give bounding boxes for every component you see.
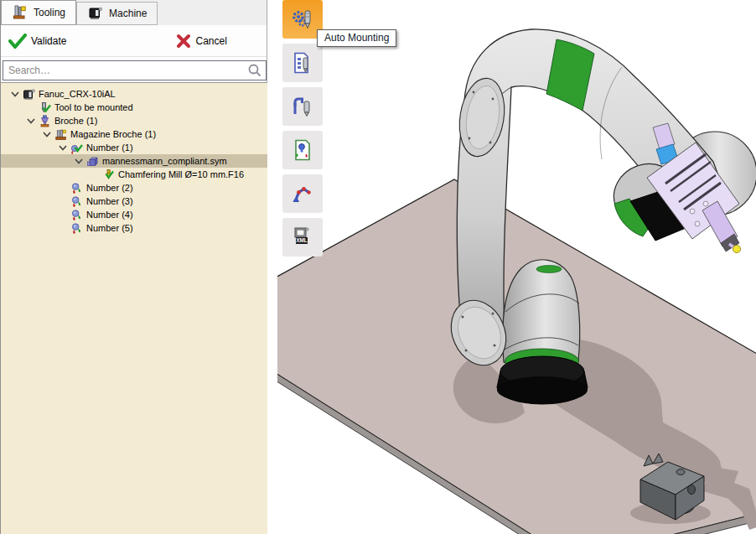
tooling-tree: Fanuc_CRX-10iAL Tool to be mounted Broch… [1, 82, 267, 534]
chevron-down-icon[interactable] [41, 128, 53, 140]
tree-chevron[interactable] [55, 141, 70, 154]
tool-check-icon [39, 101, 51, 114]
auto-mounting-tooltip: Auto Mounting [317, 29, 396, 47]
tab-tooling[interactable]: Tooling [1, 0, 76, 25]
slot-icon [70, 195, 83, 208]
tree-item-label: Fanuc_CRX-10iAL [36, 89, 116, 99]
magazine-icon [54, 128, 67, 141]
tree-chevron[interactable] [23, 114, 38, 127]
robot-icon [290, 181, 315, 206]
tree-chevron[interactable] [8, 87, 22, 101]
robot-scene [277, 0, 756, 534]
sym-file-icon [86, 155, 99, 168]
tree-item-label: Number (4) [84, 210, 133, 220]
search-row [1, 57, 267, 82]
slot-icon [70, 209, 83, 221]
tree-item[interactable]: Tool to be mounted [1, 101, 267, 114]
tree-item-label: Number (3) [84, 196, 133, 206]
tree-item[interactable]: Broche (1) [1, 114, 267, 127]
tree-item-label: Broche (1) [52, 116, 97, 126]
sym-file-icon [85, 154, 100, 168]
action-row: Validate Cancel [1, 25, 267, 57]
search-input[interactable] [3, 65, 247, 76]
spindle-icon [38, 114, 52, 127]
tree-item-label: Tool to be mounted [52, 102, 133, 112]
tree-item-label: Chamfering Mill Ø=10 mm.F16 [116, 169, 244, 179]
tooling-panel: Tooling Machine Validate Cancel [0, 0, 267, 534]
chevron-down-icon[interactable] [25, 115, 37, 127]
tool-measure-icon [290, 94, 315, 119]
mill-check-icon [102, 168, 115, 181]
tree-item[interactable]: mannessmann_compliant.sym [1, 154, 267, 168]
machine-tab-icon [87, 5, 104, 22]
svg-text:XML: XML [296, 237, 308, 243]
tree-item[interactable]: Number (1) [1, 141, 267, 154]
tree-item[interactable]: Magazine Broche (1) [1, 127, 267, 141]
tooling-tab-icon [12, 4, 28, 21]
slot-icon [70, 222, 83, 235]
tree-chevron[interactable] [71, 154, 85, 168]
cancel-x-icon [175, 33, 192, 49]
slot-icon [70, 182, 83, 194]
chevron-down-icon[interactable] [73, 155, 85, 167]
mill-check-icon [101, 168, 116, 181]
tool-import-icon [290, 137, 315, 163]
tree-item[interactable]: Fanuc_CRX-10iAL [1, 87, 267, 101]
validate-label: Validate [31, 35, 66, 47]
machine-icon [22, 87, 36, 101]
chevron-down-icon[interactable] [9, 88, 21, 100]
xml-export-icon: XML [290, 225, 315, 250]
tool-list-button[interactable] [282, 44, 323, 82]
search-box[interactable] [3, 60, 267, 80]
validate-check-icon [8, 31, 28, 51]
validate-button[interactable]: Validate [8, 31, 66, 51]
tab-strip: Tooling Machine [1, 0, 267, 25]
tree-item[interactable]: Chamfering Mill Ø=10 mm.F16 [1, 168, 267, 181]
tree-item-label: Number (5) [84, 223, 133, 233]
slot-icon [70, 221, 84, 235]
magazine-icon [54, 127, 68, 141]
xml-export-button[interactable]: XML [282, 218, 323, 257]
slot-check-icon [70, 141, 84, 154]
robot-button[interactable] [282, 174, 323, 213]
slot-icon [70, 181, 84, 194]
3d-viewport[interactable]: XML Auto Mounting [268, 0, 756, 534]
machine-icon [23, 88, 35, 101]
tree-item-label: Number (1) [84, 143, 133, 153]
auto-mounting-icon [290, 7, 315, 32]
tool-import-button[interactable] [282, 131, 323, 169]
search-icon[interactable] [247, 63, 262, 78]
tree-item[interactable]: Number (4) [1, 208, 267, 221]
tab-label: Tooling [34, 7, 65, 18]
slot-icon [70, 208, 84, 221]
tree-item-label: Number (2) [84, 183, 133, 193]
tab-machine[interactable]: Machine [76, 2, 158, 25]
tab-label: Machine [109, 8, 147, 19]
tool-check-icon [38, 101, 52, 114]
tree-item[interactable]: Number (2) [1, 181, 267, 194]
slot-icon [70, 194, 84, 208]
tree-item[interactable]: Number (3) [1, 194, 267, 208]
tool-list-icon [290, 50, 315, 75]
tree-chevron[interactable] [39, 127, 54, 141]
tree-item[interactable]: Number (5) [1, 221, 267, 235]
slot-check-icon [70, 142, 83, 154]
cancel-button[interactable]: Cancel [175, 33, 226, 49]
tree-item-label: mannessmann_compliant.sym [100, 156, 227, 166]
tree-item-label: Magazine Broche (1) [68, 129, 156, 139]
chevron-down-icon[interactable] [57, 142, 69, 153]
spindle-icon [39, 115, 51, 127]
tool-measure-button[interactable] [282, 87, 323, 126]
cancel-label: Cancel [195, 35, 226, 47]
